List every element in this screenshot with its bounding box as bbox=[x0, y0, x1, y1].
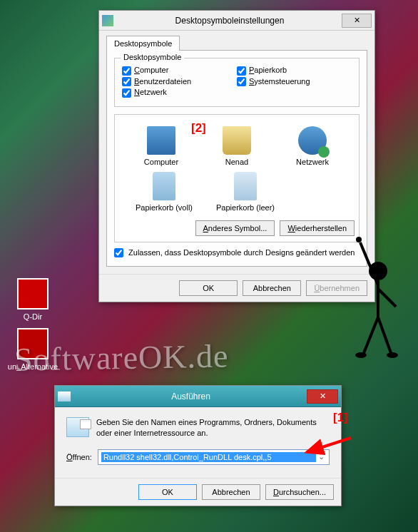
svg-line-7 bbox=[378, 317, 391, 353]
run-window-icon bbox=[58, 392, 71, 401]
checkbox-netzwerk[interactable]: Netzwerk bbox=[122, 88, 237, 98]
computer-icon bbox=[147, 126, 175, 155]
desktop-icon-label: un_Alternative bbox=[7, 362, 58, 371]
icon-item-computer[interactable]: Computer bbox=[132, 126, 190, 166]
desktop-icon-settings-window: Desktopsymboleinstellungen ✕ Desktopsymb… bbox=[98, 10, 375, 302]
icon-item-bin-full[interactable]: Papierkorb (voll) bbox=[132, 172, 196, 212]
apply-button: Übernehmen bbox=[306, 280, 367, 296]
icon-label: Papierkorb (leer) bbox=[213, 203, 277, 212]
qdir-icon bbox=[17, 278, 49, 310]
user-folder-icon bbox=[223, 126, 251, 155]
recycle-bin-empty-icon bbox=[234, 172, 257, 200]
close-button[interactable]: ✕ bbox=[307, 389, 338, 404]
allow-themes-label: Zulassen, dass Desktopsymbole durch Desi… bbox=[128, 248, 355, 257]
icon-label: Nenad bbox=[208, 158, 266, 166]
group-label: Desktopsymbole bbox=[121, 53, 184, 61]
run-icon bbox=[66, 417, 89, 437]
ok-button[interactable]: OK bbox=[138, 484, 197, 500]
close-button[interactable]: ✕ bbox=[342, 14, 372, 28]
browse-button[interactable]: Durchsuchen... bbox=[265, 484, 334, 500]
desktop-icon-alternative[interactable]: un_Alternative bbox=[7, 328, 58, 371]
desktop-icon-qdir[interactable]: Q-Dir bbox=[7, 278, 58, 321]
checkbox-computer[interactable]: Computer bbox=[122, 66, 237, 76]
cancel-button[interactable]: Abbrechen bbox=[202, 484, 260, 500]
icon-label: Papierkorb (voll) bbox=[132, 203, 196, 212]
svg-point-9 bbox=[387, 352, 398, 358]
window-title: Ausführen bbox=[75, 392, 307, 401]
cancel-button[interactable]: Abbrechen bbox=[243, 280, 301, 296]
window-icon bbox=[102, 15, 113, 26]
checkbox-allow-themes[interactable]: Zulassen, dass Desktopsymbole durch Desi… bbox=[114, 248, 360, 258]
open-value: Rundll32 shell32.dll,Control_RunDLL desk… bbox=[101, 452, 316, 462]
checkbox-papierkorb[interactable]: Papierkorb bbox=[237, 66, 352, 76]
titlebar[interactable]: Desktopsymboleinstellungen ✕ bbox=[99, 11, 374, 31]
svg-point-8 bbox=[355, 352, 367, 358]
icon-label: Netzwerk bbox=[283, 158, 342, 166]
run-dialog-window: Ausführen ✕ Geben Sie den Namen eines Pr… bbox=[54, 385, 342, 506]
svg-line-6 bbox=[364, 317, 378, 353]
change-icon-button[interactable]: Anderes Symbol... bbox=[195, 220, 275, 236]
chevron-down-icon[interactable]: ⌄ bbox=[316, 452, 326, 461]
icon-label: Computer bbox=[132, 158, 190, 166]
restore-default-button[interactable]: Wiederherstellen bbox=[280, 220, 355, 236]
alternative-icon bbox=[17, 328, 49, 359]
svg-line-5 bbox=[378, 289, 396, 307]
run-description: Geben Sie den Namen eines Programms, Ord… bbox=[96, 417, 330, 439]
icon-item-nenad[interactable]: Nenad bbox=[208, 126, 266, 166]
network-icon bbox=[298, 126, 327, 155]
tab-desktopsymbole[interactable]: Desktopsymbole bbox=[106, 36, 180, 51]
icon-preview-grid: Computer Nenad Netzwerk Papierkorb (voll… bbox=[114, 114, 360, 242]
window-title: Desktopsymboleinstellungen bbox=[118, 16, 342, 26]
icon-item-netzwerk[interactable]: Netzwerk bbox=[283, 126, 342, 166]
open-combobox[interactable]: Rundll32 shell32.dll,Control_RunDLL desk… bbox=[98, 449, 330, 465]
recycle-bin-full-icon bbox=[153, 172, 175, 200]
icon-item-bin-empty[interactable]: Papierkorb (leer) bbox=[213, 172, 277, 212]
open-label: Öffnen: bbox=[66, 453, 92, 461]
annotation-1: [1] bbox=[333, 411, 348, 425]
checkbox-systemsteuerung[interactable]: Systemsteuerung bbox=[237, 77, 352, 87]
annotation-2: [2] bbox=[191, 121, 206, 135]
titlebar[interactable]: Ausführen ✕ bbox=[55, 386, 341, 407]
desktop-icon-label: Q-Dir bbox=[7, 312, 58, 321]
checkbox-benutzerdateien[interactable]: Benutzerdateien bbox=[122, 77, 237, 87]
ok-button[interactable]: OK bbox=[179, 280, 238, 296]
